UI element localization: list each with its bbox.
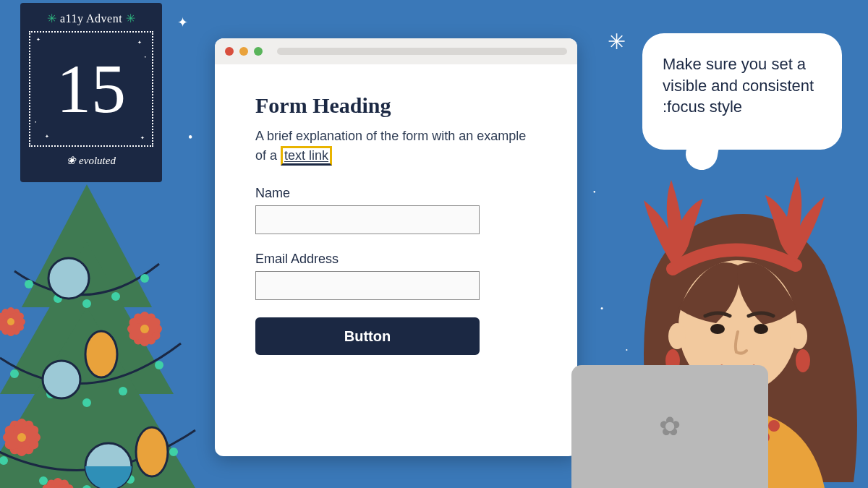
name-input[interactable] <box>255 205 480 234</box>
svg-point-11 <box>119 387 127 395</box>
svg-point-19 <box>43 361 80 398</box>
svg-point-51 <box>678 260 797 393</box>
svg-rect-58 <box>720 385 755 411</box>
snowflake-icon: • <box>593 405 597 416</box>
svg-point-48 <box>50 478 66 488</box>
advent-day-number: 15 <box>56 54 126 124</box>
svg-point-13 <box>0 456 8 465</box>
text-link-focused[interactable]: text link <box>281 146 332 166</box>
svg-point-43 <box>17 433 26 442</box>
svg-point-59 <box>703 419 715 430</box>
svg-point-39 <box>5 416 39 458</box>
close-icon[interactable] <box>225 47 234 56</box>
svg-point-53 <box>754 324 768 334</box>
svg-point-5 <box>82 299 91 308</box>
svg-point-56 <box>665 349 680 372</box>
snowflake-icon: • <box>188 130 192 145</box>
minimize-icon[interactable] <box>239 47 248 56</box>
snowflake-icon: • <box>600 304 603 314</box>
email-input[interactable] <box>255 271 480 300</box>
svg-point-42 <box>1 421 42 455</box>
svg-point-54 <box>668 323 686 349</box>
svg-point-12 <box>155 361 163 369</box>
svg-marker-1 <box>0 242 174 394</box>
snowflake-icon: • <box>626 347 628 354</box>
svg-point-55 <box>790 323 807 349</box>
svg-point-46 <box>42 476 73 488</box>
svg-point-22 <box>136 427 168 476</box>
svg-point-9 <box>46 390 55 398</box>
snowflake-icon: ✦ <box>177 14 188 30</box>
svg-point-6 <box>111 292 120 301</box>
svg-point-38 <box>5 416 39 458</box>
svg-point-4 <box>54 294 62 303</box>
snowflake-icon: ✳ <box>608 29 626 54</box>
svg-point-17 <box>169 448 178 456</box>
advent-day-box: ✦✦ ✦✦ •• 15 <box>29 31 153 147</box>
svg-point-15 <box>82 485 91 488</box>
star-icon: ✳ <box>126 12 136 25</box>
svg-point-32 <box>129 310 160 348</box>
svg-point-28 <box>0 309 27 335</box>
email-label: Email Address <box>255 252 537 267</box>
star-icon: ✳ <box>47 12 57 25</box>
svg-point-65 <box>768 420 780 432</box>
leaf-icon: ❀ <box>67 154 76 167</box>
speech-bubble: Make sure you set a visible and consiste… <box>642 33 842 150</box>
url-bar[interactable] <box>277 48 567 55</box>
snowflake-icon: • <box>593 188 596 196</box>
bubble-text: Make sure you set a visible and consiste… <box>663 55 814 116</box>
svg-point-16 <box>126 475 135 484</box>
svg-point-52 <box>710 324 725 334</box>
svg-point-18 <box>48 258 89 299</box>
svg-point-23 <box>0 315 25 328</box>
window-titlebar <box>215 38 577 64</box>
maximize-icon[interactable] <box>254 47 263 56</box>
name-label: Name <box>255 186 537 201</box>
snowflake-icon: • <box>608 376 610 384</box>
svg-point-45 <box>42 476 73 488</box>
svg-point-61 <box>723 440 735 452</box>
form-heading: Form Heading <box>255 93 537 118</box>
svg-marker-0 <box>22 184 152 307</box>
christmas-tree-illustration <box>0 177 217 488</box>
svg-point-24 <box>0 306 24 338</box>
advent-card: ✳ a11y Advent ✳ ✦✦ ✦✦ •• 15 ❀ evoluted <box>20 3 162 182</box>
svg-point-37 <box>3 429 41 446</box>
svg-point-30 <box>127 321 162 337</box>
svg-point-63 <box>746 442 758 453</box>
svg-point-25 <box>0 306 24 338</box>
svg-point-10 <box>82 398 91 407</box>
laptop: ✿ <box>571 365 768 488</box>
svg-point-60 <box>713 430 725 442</box>
svg-point-33 <box>126 313 164 344</box>
svg-point-49 <box>39 479 77 488</box>
advent-title: a11y Advent <box>60 12 122 25</box>
svg-point-47 <box>39 479 77 488</box>
svg-point-62 <box>735 446 746 458</box>
svg-point-57 <box>796 349 810 372</box>
svg-point-8 <box>10 369 19 378</box>
leaf-icon: ✿ <box>659 411 681 442</box>
svg-point-40 <box>1 421 42 455</box>
svg-point-7 <box>140 274 149 283</box>
svg-point-21 <box>85 443 132 488</box>
svg-marker-2 <box>0 307 195 488</box>
submit-button[interactable]: Button <box>255 317 480 355</box>
svg-point-27 <box>4 307 17 336</box>
svg-point-3 <box>25 280 33 288</box>
person-illustration: ✿ <box>564 164 868 488</box>
svg-point-26 <box>0 309 27 335</box>
svg-point-29 <box>7 318 14 325</box>
svg-point-14 <box>39 476 48 485</box>
svg-point-35 <box>126 313 164 344</box>
brand-logo: ❀ evoluted <box>29 154 153 167</box>
svg-point-20 <box>85 331 117 377</box>
svg-point-36 <box>140 325 149 333</box>
svg-point-31 <box>129 310 160 348</box>
svg-point-64 <box>758 432 770 443</box>
form-description: A brief explanation of the form with an … <box>255 127 537 166</box>
svg-point-41 <box>13 419 30 456</box>
svg-point-34 <box>137 312 153 346</box>
browser-window: Form Heading A brief explanation of the … <box>215 38 577 456</box>
